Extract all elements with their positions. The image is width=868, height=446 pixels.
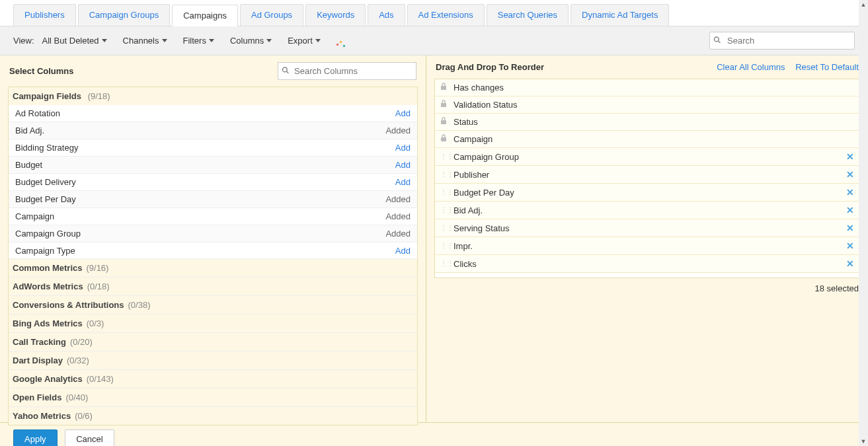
scroll-down-icon[interactable]: ▼ — [859, 437, 868, 446]
clear-all-link[interactable]: Clear All Columns — [717, 62, 785, 72]
tab-publishers[interactable]: Publishers — [13, 4, 76, 26]
tab-ad-extensions[interactable]: Ad Extensions — [407, 4, 485, 26]
column-search-input[interactable] — [278, 62, 416, 80]
drag-handle-icon[interactable]: ⋮⋮ — [440, 153, 448, 160]
reorder-item[interactable]: ⋮⋮Serving Status✕ — [435, 219, 859, 237]
reset-default-link[interactable]: Reset To Default — [795, 62, 859, 72]
svg-line-3 — [287, 71, 289, 73]
group-count: (0/18) — [87, 281, 110, 291]
drag-handle-icon[interactable]: ⋮⋮ — [440, 225, 448, 231]
field-row: Budget Per DayAdded — [9, 191, 417, 208]
reorder-item[interactable]: ⋮⋮Publisher✕ — [435, 166, 859, 184]
added-label: Added — [385, 126, 411, 135]
apply-button[interactable]: Apply — [13, 429, 58, 446]
group-header[interactable]: Google Analytics(0/143) — [9, 369, 417, 388]
reorder-item[interactable]: Validation Status — [435, 96, 859, 114]
global-search-input[interactable] — [709, 32, 855, 50]
filters-label: Filters — [183, 36, 206, 46]
remove-icon[interactable]: ✕ — [846, 169, 854, 180]
reorder-item[interactable]: Campaign — [435, 131, 859, 148]
export-dropdown[interactable]: Export — [288, 36, 321, 46]
caret-icon — [209, 39, 214, 42]
group-name: Open Fields — [13, 392, 61, 402]
reorder-item[interactable]: Status — [435, 114, 859, 131]
reorder-label: Status — [454, 117, 854, 127]
reorder-item[interactable]: ⋮⋮Clicks✕ — [435, 255, 859, 273]
caret-icon — [162, 39, 167, 42]
reorder-item[interactable]: ⋮⋮Campaign Group✕ — [435, 148, 859, 166]
group-header[interactable]: AdWords Metrics(0/18) — [9, 277, 417, 295]
field-name: Budget Delivery — [15, 177, 395, 187]
reorder-item[interactable]: ⋮⋮Budget Per Day✕ — [435, 184, 859, 202]
field-name: Campaign Type — [15, 246, 395, 256]
drag-handle-icon[interactable]: ⋮⋮ — [440, 207, 448, 213]
chart-icon-button[interactable] — [336, 37, 346, 45]
add-link[interactable]: Add — [395, 108, 411, 118]
remove-icon[interactable]: ✕ — [846, 223, 854, 233]
tab-campaign-groups[interactable]: Campaign Groups — [78, 4, 171, 26]
reorder-label: Publisher — [454, 170, 846, 180]
group-header[interactable]: Common Metrics(9/16) — [9, 258, 417, 277]
reorder-item[interactable]: ⋮⋮Impr.✕ — [435, 237, 859, 255]
channels-dropdown[interactable]: Channels — [123, 36, 167, 46]
group-header[interactable]: Dart Display(0/32) — [9, 351, 417, 369]
field-name: Budget — [15, 160, 395, 170]
remove-icon[interactable]: ✕ — [846, 187, 854, 198]
svg-rect-5 — [441, 103, 446, 107]
tab-keywords[interactable]: Keywords — [305, 4, 366, 26]
field-name: Bid Adj. — [15, 126, 385, 135]
remove-icon[interactable]: ✕ — [846, 151, 854, 162]
caret-icon — [102, 39, 107, 42]
group-header[interactable]: Call Tracking(0/20) — [9, 332, 417, 351]
drag-handle-icon[interactable]: ⋮⋮ — [440, 189, 448, 196]
fields-scroll[interactable]: Ad RotationAddBid Adj.AddedBidding Strat… — [9, 105, 417, 258]
group-count: (0/38) — [128, 300, 151, 310]
svg-rect-6 — [441, 120, 446, 124]
group-header[interactable]: Bing Ads Metrics(0/3) — [9, 314, 417, 332]
remove-icon[interactable]: ✕ — [846, 241, 854, 251]
svg-line-1 — [719, 41, 721, 43]
reorder-item[interactable]: Has changes — [435, 79, 859, 96]
field-row: BudgetAdd — [9, 157, 417, 174]
columns-label: Columns — [230, 36, 264, 46]
group-header[interactable]: Yahoo Metrics(0/6) — [9, 406, 417, 425]
group-name: Common Metrics — [13, 263, 82, 273]
add-link[interactable]: Add — [395, 246, 411, 256]
field-row: Campaign GroupAdded — [9, 225, 417, 242]
add-link[interactable]: Add — [395, 160, 411, 170]
tab-search-queries[interactable]: Search Queries — [487, 4, 569, 26]
group-count: (0/40) — [65, 392, 88, 402]
drag-handle-icon[interactable]: ⋮⋮ — [440, 260, 448, 267]
page-scrollbar[interactable]: ▲ ▼ — [859, 0, 868, 446]
group-header[interactable]: Open Fields(0/40) — [9, 388, 417, 406]
tab-ad-groups[interactable]: Ad Groups — [240, 4, 303, 26]
selected-count: 18 selected — [426, 278, 868, 299]
view-dropdown[interactable]: All But Deleted — [42, 36, 107, 46]
reorder-label: Bid Adj. — [454, 205, 846, 215]
lock-icon — [440, 100, 448, 110]
field-name: Campaign Group — [15, 229, 385, 239]
remove-icon[interactable]: ✕ — [846, 205, 854, 215]
field-row: Bid Adj.Added — [9, 122, 417, 139]
group-header[interactable]: Conversions & Attributions(0/38) — [9, 295, 417, 314]
reorder-scroll[interactable]: Has changesValidation StatusStatusCampai… — [435, 79, 859, 278]
reorder-item[interactable]: ⋮⋮Bid Adj.✕ — [435, 202, 859, 219]
filters-dropdown[interactable]: Filters — [183, 36, 214, 46]
columns-dropdown[interactable]: Columns — [230, 36, 272, 46]
scroll-up-icon[interactable]: ▲ — [859, 0, 868, 9]
group-header-campaign-fields[interactable]: Campaign Fields (9/18) — [9, 87, 417, 105]
tab-campaigns[interactable]: Campaigns — [172, 5, 238, 26]
svg-point-0 — [715, 37, 719, 42]
group-name: Google Analytics — [13, 374, 83, 384]
drag-handle-icon[interactable]: ⋮⋮ — [440, 242, 448, 249]
tab-ads[interactable]: Ads — [368, 4, 405, 26]
remove-icon[interactable]: ✕ — [846, 258, 854, 269]
group-count: (0/143) — [87, 374, 114, 384]
tab-dynamic-ad-targets[interactable]: Dynamic Ad Targets — [571, 4, 669, 26]
caret-icon — [266, 39, 272, 42]
drag-handle-icon[interactable]: ⋮⋮ — [440, 171, 448, 178]
add-link[interactable]: Add — [395, 177, 411, 187]
group-name: Bing Ads Metrics — [13, 318, 83, 328]
add-link[interactable]: Add — [395, 143, 411, 153]
cancel-button[interactable]: Cancel — [65, 429, 114, 446]
